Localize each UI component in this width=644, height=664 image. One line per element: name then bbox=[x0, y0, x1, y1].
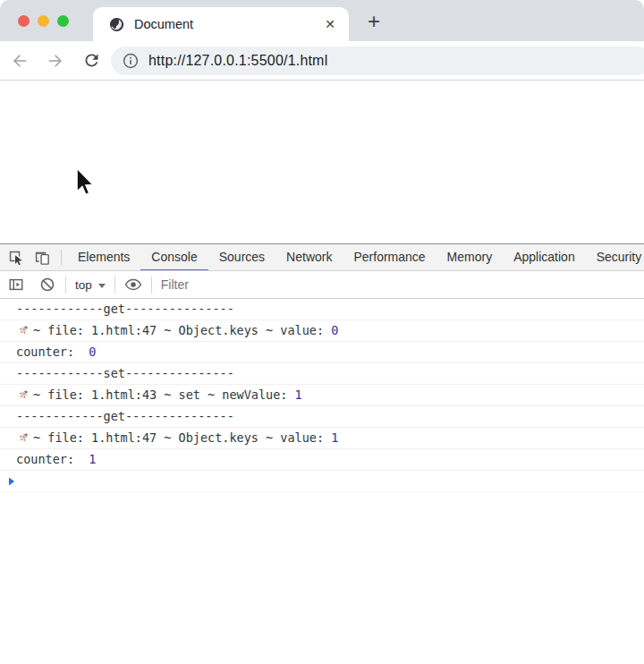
minimize-window-button[interactable] bbox=[38, 15, 49, 27]
clear-console-icon[interactable] bbox=[38, 276, 56, 294]
console-message-text: counter: bbox=[16, 449, 89, 470]
traffic-lights bbox=[18, 15, 69, 27]
separator bbox=[151, 277, 152, 294]
separator bbox=[114, 277, 115, 294]
console-row: ~ file: 1.html:43 ~ set ~ newValue: 1 bbox=[0, 385, 644, 406]
page-content bbox=[0, 81, 644, 243]
mouse-pointer-icon bbox=[70, 165, 95, 204]
console-messages: ------------get--------------- ~ file: 1… bbox=[0, 299, 644, 471]
console-row: ~ file: 1.html:47 ~ Object.keys ~ value:… bbox=[0, 320, 644, 342]
new-tab-button[interactable]: + bbox=[361, 10, 386, 35]
tab-security[interactable]: Security bbox=[586, 244, 644, 271]
tab-sources[interactable]: Sources bbox=[208, 244, 275, 271]
context-selector-label: top bbox=[75, 278, 92, 292]
context-selector[interactable]: top bbox=[75, 278, 106, 292]
live-expression-eye-icon[interactable] bbox=[124, 276, 142, 294]
tab-title: Document bbox=[134, 17, 324, 31]
console-message-text: counter: bbox=[16, 342, 89, 362]
arrow-right-icon[interactable] bbox=[45, 50, 66, 72]
chevron-down-icon bbox=[98, 284, 106, 288]
console-sidebar-icon[interactable] bbox=[7, 276, 25, 294]
console-message-text: ------------get--------------- bbox=[16, 299, 234, 319]
url-text: http://127.0.0.1:5500/1.html bbox=[148, 53, 327, 69]
console-row: ~ file: 1.html:47 ~ Object.keys ~ value:… bbox=[0, 428, 644, 449]
chevron-right-icon bbox=[6, 476, 17, 487]
browser-toolbar: http://127.0.0.1:5500/1.html bbox=[0, 41, 644, 81]
console-row: ------------get--------------- bbox=[0, 406, 644, 428]
rocket-icon bbox=[16, 431, 30, 445]
console-toolbar: top bbox=[0, 271, 644, 299]
browser-tab[interactable]: Document ✕ bbox=[93, 7, 349, 41]
console-message-text: ~ file: 1.html:43 ~ set ~ newValue: bbox=[33, 385, 295, 405]
console-number-value: 1 bbox=[295, 385, 302, 405]
tab-elements[interactable]: Elements bbox=[67, 244, 140, 271]
console-row: counter: 0 bbox=[0, 342, 644, 363]
console-message-text: ~ file: 1.html:47 ~ Object.keys ~ value: bbox=[33, 428, 331, 448]
separator bbox=[65, 277, 66, 294]
device-toolbar-icon[interactable] bbox=[33, 249, 51, 267]
inspect-element-icon[interactable] bbox=[6, 249, 24, 267]
tab-strip: Document ✕ + bbox=[0, 0, 644, 41]
tab-close-icon[interactable]: ✕ bbox=[324, 18, 336, 30]
rocket-icon bbox=[16, 324, 30, 337]
filter-input[interactable] bbox=[161, 277, 429, 292]
tab-network[interactable]: Network bbox=[275, 244, 343, 271]
reload-icon[interactable] bbox=[80, 50, 102, 72]
separator bbox=[61, 250, 62, 265]
close-window-button[interactable] bbox=[18, 15, 30, 27]
console-message-text: ------------set--------------- bbox=[16, 363, 234, 384]
rocket-icon bbox=[16, 388, 30, 402]
console-number-value: 1 bbox=[89, 449, 96, 470]
info-icon[interactable] bbox=[123, 53, 139, 69]
url-bar[interactable]: http://127.0.0.1:5500/1.html bbox=[111, 47, 644, 75]
console-row: counter: 1 bbox=[0, 449, 644, 471]
tab-performance[interactable]: Performance bbox=[343, 244, 436, 271]
devtools-panel: Elements Console Sources Network Perform… bbox=[0, 243, 644, 664]
console-prompt[interactable] bbox=[0, 471, 644, 492]
browser-window: Document ✕ + http://127.0.0.1:5500/1.htm… bbox=[0, 0, 644, 664]
console-message-text: ------------get--------------- bbox=[16, 406, 234, 427]
console-row: ------------set--------------- bbox=[0, 363, 644, 385]
arrow-left-icon[interactable] bbox=[9, 50, 30, 72]
devtools-tabbar: Elements Console Sources Network Perform… bbox=[0, 244, 644, 271]
zoom-window-button[interactable] bbox=[57, 15, 69, 27]
tab-memory[interactable]: Memory bbox=[436, 244, 504, 271]
tab-console[interactable]: Console bbox=[140, 244, 208, 271]
globe-icon bbox=[109, 17, 124, 32]
console-number-value: 0 bbox=[89, 342, 96, 362]
console-number-value: 1 bbox=[331, 428, 338, 448]
console-number-value: 0 bbox=[331, 320, 338, 341]
console-message-text: ~ file: 1.html:47 ~ Object.keys ~ value: bbox=[33, 320, 331, 341]
tab-application[interactable]: Application bbox=[503, 244, 586, 271]
console-row: ------------get--------------- bbox=[0, 299, 644, 320]
